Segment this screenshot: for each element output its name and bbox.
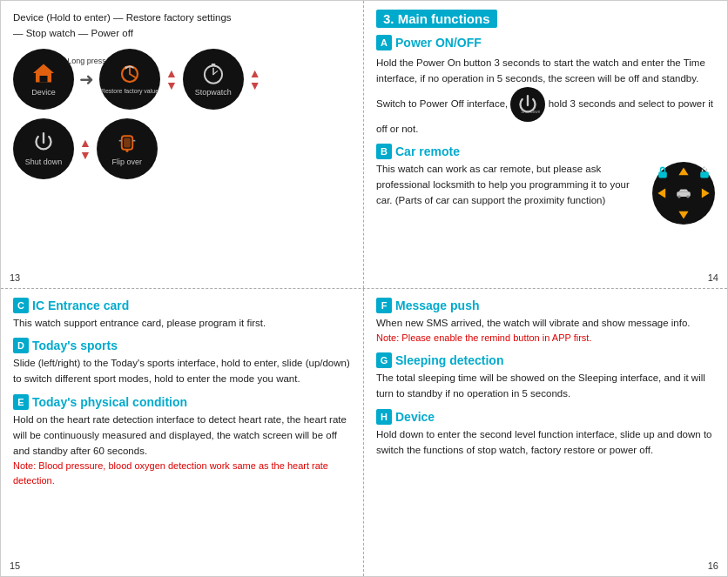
section-b-text: This watch can work as car remote, but p… xyxy=(376,162,645,208)
page-num-14: 14 xyxy=(708,272,718,283)
page-num-15: 15 xyxy=(10,560,20,571)
section-h: H Device Hold down to enter the second l… xyxy=(376,409,715,459)
car-center-icon xyxy=(675,187,692,199)
updown-arrow-3: ▲ ▼ xyxy=(79,137,91,161)
up-arrow-3: ▲ xyxy=(79,137,91,149)
section-g-header: G Sleeping detection xyxy=(376,352,715,368)
svg-marker-23 xyxy=(678,211,688,219)
header-line2: — Stop watch — Power off xyxy=(13,28,133,38)
section-e: E Today's physical condition Hold on the… xyxy=(13,394,351,489)
section-g-body: The total sleeping time will be showed o… xyxy=(376,371,715,402)
flipover-label: Flip over xyxy=(112,158,143,166)
car-down-cell xyxy=(677,207,691,221)
letter-d: D xyxy=(13,338,29,353)
diagram-row-1: Device Long press ➜ xyxy=(13,49,261,110)
device-circle: Device xyxy=(13,49,74,110)
section-b: B Car remote This watch can work as car … xyxy=(376,144,715,225)
car-down-icon xyxy=(677,207,691,221)
letter-h: H xyxy=(376,409,392,425)
diagram-area: Device Long press ➜ xyxy=(13,49,351,179)
svg-rect-10 xyxy=(124,138,131,148)
car-left-icon xyxy=(656,186,670,200)
right-arrow-icon: ➜ xyxy=(79,69,94,90)
section-h-header: H Device xyxy=(376,409,715,425)
section-a: A Power ON/OFF Hold the Power On button … xyxy=(376,35,715,137)
shutdown-label: Shut down xyxy=(25,158,63,166)
stopwatch-circle: Stopwatch xyxy=(183,49,244,110)
section-a-text: Hold the Power On button 3 seconds to st… xyxy=(376,56,715,137)
letter-b: B xyxy=(376,144,392,159)
section-f-note: Note: Please enable the remind button in… xyxy=(376,331,715,346)
svg-rect-2 xyxy=(40,76,48,83)
restore-icon xyxy=(117,63,143,85)
section-c-header: C IC Entrance card xyxy=(13,298,351,313)
top-left-panel: Device (Hold to enter) — Restore factory… xyxy=(1,1,364,288)
section-h-title: Device xyxy=(395,410,435,424)
svg-point-20 xyxy=(677,196,680,198)
section-f-header: F Message push xyxy=(376,298,715,313)
section-f: F Message push When new SMS arrived, the… xyxy=(376,298,715,346)
section-c-body: This watch support entrance card, please… xyxy=(13,316,351,332)
letter-g: G xyxy=(376,352,392,368)
section-b-title: Car remote xyxy=(395,144,460,158)
section-h-body: Hold down to enter the second level func… xyxy=(376,427,715,459)
svg-marker-22 xyxy=(702,189,710,198)
long-press-arrow: Long press ➜ xyxy=(79,69,94,90)
svg-point-13 xyxy=(125,150,128,152)
stopwatch-icon xyxy=(201,61,226,85)
car-unlock-icon xyxy=(698,165,711,179)
section-e-body: Hold on the heart rate detection interfa… xyxy=(13,413,351,459)
shutdown-circle: Shut down xyxy=(13,118,74,179)
svg-rect-8 xyxy=(212,64,216,65)
section-title-badge: 3. Main functions xyxy=(376,10,497,28)
bottom-right-panel: F Message push When new SMS arrived, the… xyxy=(364,289,727,577)
car-remote-watch xyxy=(652,162,715,225)
car-right-icon xyxy=(698,186,711,200)
section-d-title: Today's sports xyxy=(32,339,118,352)
restore-inner: Restore factory value xyxy=(101,63,158,95)
section-d-header: D Today's sports xyxy=(13,338,351,353)
car-right-cell xyxy=(698,186,711,200)
section-d-body: Slide (left/right) to the Today's sports… xyxy=(13,356,351,387)
section-g-title: Sleeping detection xyxy=(395,353,503,367)
house-icon xyxy=(30,61,57,85)
updown-arrow-1: ▲ ▼ xyxy=(165,67,178,91)
car-icon-grid xyxy=(652,162,715,225)
down-arrow: ▼ xyxy=(165,79,178,91)
section-b-header: B Car remote xyxy=(376,144,715,159)
stopwatch-label: Stopwatch xyxy=(195,88,232,97)
up-arrow: ▲ xyxy=(165,67,178,79)
letter-a: A xyxy=(376,35,392,50)
page-num-16: 16 xyxy=(708,560,718,571)
car-up-cell xyxy=(677,165,691,179)
section-a-title: Power ON/OFF xyxy=(395,36,482,50)
car-left-cell xyxy=(656,186,670,200)
section-a-header: A Power ON/OFF xyxy=(376,35,715,50)
svg-marker-0 xyxy=(33,64,54,74)
letter-c: C xyxy=(13,298,29,313)
top-right-panel: 3. Main functions A Power ON/OFF Hold th… xyxy=(364,1,727,288)
letter-f: F xyxy=(376,298,392,313)
svg-marker-18 xyxy=(657,189,665,198)
diagram-row-2: Shut down ▲ ▼ xyxy=(13,118,158,179)
letter-e: E xyxy=(13,394,29,410)
device-label: Device xyxy=(31,88,56,97)
header-line1: Device (Hold to enter) — Restore factory… xyxy=(13,12,232,23)
svg-point-21 xyxy=(686,196,689,198)
page-num-13: 13 xyxy=(10,272,20,283)
svg-text:Shut down: Shut down xyxy=(522,110,541,114)
svg-rect-15 xyxy=(658,172,667,178)
car-lock-cell xyxy=(656,165,670,179)
bottom-left-panel: C IC Entrance card This watch support en… xyxy=(1,289,364,577)
section-f-title: Message push xyxy=(395,299,479,312)
section-a-body: Hold the Power On button 3 seconds to st… xyxy=(376,56,715,137)
car-lock-icon xyxy=(656,165,670,179)
section-e-note: Note: Blood pressure, blood oxygen detec… xyxy=(13,459,351,488)
section-c-title: IC Entrance card xyxy=(32,299,129,312)
restore-circle: Restore factory value xyxy=(99,49,160,110)
svg-marker-16 xyxy=(678,168,688,176)
section-g: G Sleeping detection The total sleeping … xyxy=(376,352,715,402)
restore-label: Restore factory value xyxy=(101,87,158,95)
section-d: D Today's sports Slide (left/right) to t… xyxy=(13,338,351,387)
shutdown-svg-inline: Shut down xyxy=(516,93,540,117)
